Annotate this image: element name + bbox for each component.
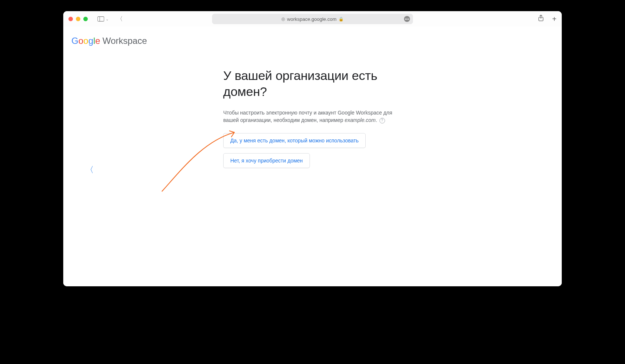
- brand-logo: Google Workspace: [71, 36, 147, 46]
- sidebar-icon: [97, 16, 104, 22]
- minimize-window-button[interactable]: [76, 17, 80, 21]
- chevron-left-icon: 〈: [117, 15, 123, 23]
- workspace-word: Workspace: [102, 36, 147, 46]
- svg-rect-0: [97, 17, 104, 22]
- lock-icon: 🔒: [339, 17, 344, 22]
- browser-back-button[interactable]: 〈: [117, 15, 123, 23]
- browser-right-tools: +: [538, 15, 557, 23]
- subtext-example: example.com: [345, 117, 376, 123]
- site-settings-icon: ◎: [281, 16, 285, 22]
- close-window-button[interactable]: [68, 17, 73, 21]
- new-tab-button[interactable]: +: [552, 15, 557, 23]
- chevron-down-icon: ⌄: [106, 17, 109, 21]
- page-subtext: Чтобы настроить электронную почту и акка…: [223, 109, 402, 124]
- reader-mode-button[interactable]: •••: [404, 16, 410, 22]
- google-logo: Google: [71, 36, 100, 46]
- share-button[interactable]: [538, 15, 544, 23]
- address-bar[interactable]: ◎ workspace.google.com 🔒 •••: [212, 14, 413, 24]
- wizard-back-button[interactable]: 〈: [86, 164, 94, 175]
- page-heading: У вашей организации есть домен?: [223, 68, 402, 99]
- subtext-suffix: .: [376, 117, 377, 123]
- browser-titlebar: ⌄ 〈 ◎ workspace.google.com 🔒 ••• +: [63, 11, 562, 27]
- main-content: У вашей организации есть домен? Чтобы на…: [223, 68, 402, 173]
- option-no-button[interactable]: Нет, я хочу приобрести домен: [223, 153, 310, 168]
- share-icon: [538, 15, 544, 22]
- chevron-left-icon: 〈: [86, 165, 94, 174]
- browser-window: ⌄ 〈 ◎ workspace.google.com 🔒 ••• + Googl…: [63, 11, 562, 286]
- option-yes-button[interactable]: Да, у меня есть домен, который можно исп…: [223, 133, 366, 148]
- sidebar-toggle-button[interactable]: ⌄: [97, 16, 109, 22]
- address-text: workspace.google.com: [287, 16, 337, 22]
- help-icon[interactable]: ?: [379, 118, 385, 123]
- window-controls: [68, 17, 88, 21]
- fullscreen-window-button[interactable]: [83, 17, 88, 21]
- page-content: Google Workspace У вашей организации ест…: [63, 27, 562, 286]
